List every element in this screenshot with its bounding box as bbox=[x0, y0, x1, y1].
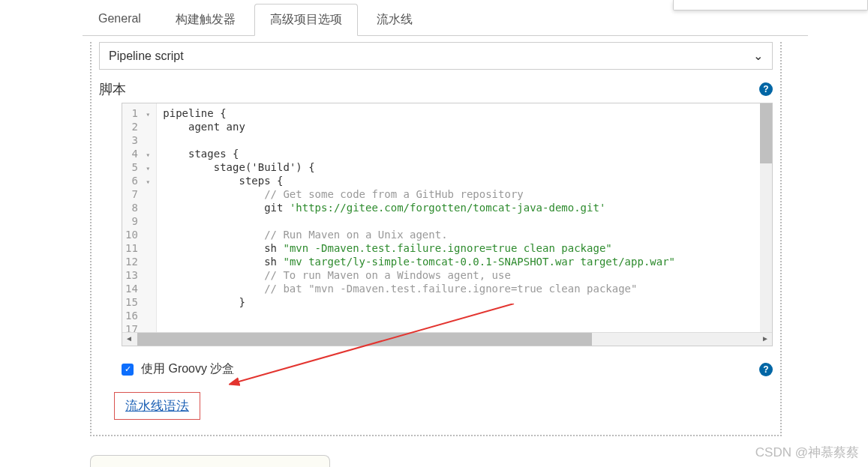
editor-gutter: 1 ▾2 3 4 ▾5 ▾6 ▾7 8 9 10 11 12 13 14 15 … bbox=[122, 103, 157, 332]
script-editor[interactable]: 1 ▾2 3 4 ▾5 ▾6 ▾7 8 9 10 11 12 13 14 15 … bbox=[122, 103, 773, 346]
config-tabs: General 构建触发器 高级项目选项 流水线 bbox=[83, 0, 808, 36]
chevron-down-icon: ⌄ bbox=[753, 49, 763, 63]
horizontal-scrollbar[interactable]: ◄ ► bbox=[122, 332, 772, 346]
sandbox-label: 使用 Groovy 沙盒 bbox=[141, 361, 234, 377]
vertical-scrollbar[interactable] bbox=[760, 103, 772, 332]
tab-build-triggers[interactable]: 构建触发器 bbox=[160, 4, 251, 35]
scroll-left-icon[interactable]: ◄ bbox=[125, 334, 133, 343]
horizontal-scroll-thumb[interactable] bbox=[137, 333, 592, 346]
tab-advanced-options[interactable]: 高级项目选项 bbox=[254, 4, 358, 36]
tab-pipeline[interactable]: 流水线 bbox=[361, 4, 428, 35]
editor-code[interactable]: pipeline { agent any stages { stage('Bui… bbox=[157, 103, 772, 332]
footer-actions bbox=[90, 455, 330, 467]
script-header: 脚本 ? bbox=[99, 76, 773, 103]
help-icon[interactable]: ? bbox=[759, 363, 773, 376]
pipeline-syntax-link[interactable]: 流水线语法 bbox=[125, 399, 189, 413]
definition-select[interactable]: Pipeline script ⌄ bbox=[99, 42, 773, 70]
sandbox-row: ✓ 使用 Groovy 沙盒 ? bbox=[122, 361, 773, 377]
pipeline-section: Pipeline script ⌄ 脚本 ? 1 ▾2 3 4 ▾5 ▾6 ▾7… bbox=[90, 42, 782, 436]
scroll-right-icon[interactable]: ► bbox=[761, 334, 769, 343]
vertical-scroll-thumb[interactable] bbox=[760, 103, 772, 163]
definition-value: Pipeline script bbox=[109, 49, 184, 63]
watermark: CSDN @神慕蔡蔡 bbox=[755, 444, 859, 461]
script-label: 脚本 bbox=[99, 80, 126, 98]
tab-general[interactable]: General bbox=[83, 4, 157, 35]
pipeline-syntax-link-box: 流水线语法 bbox=[114, 392, 200, 420]
sandbox-checkbox[interactable]: ✓ bbox=[122, 364, 134, 376]
help-icon[interactable]: ? bbox=[759, 82, 773, 96]
